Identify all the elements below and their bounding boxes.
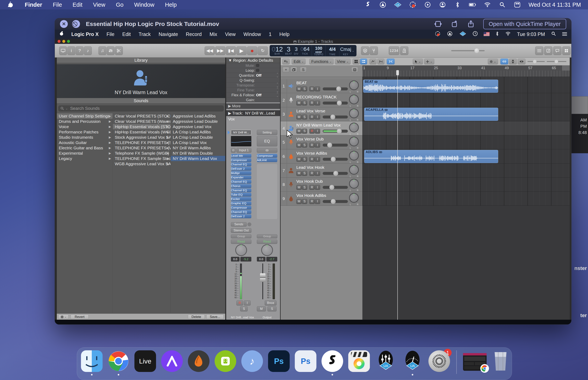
region-param-row[interactable]: Q-Swing: <box>226 78 280 83</box>
forward-button[interactable]: ▶▶ <box>215 46 226 55</box>
list-editors-icon[interactable] <box>535 46 543 55</box>
track-pan-knob[interactable] <box>350 95 358 104</box>
mixer-sliders-icon[interactable] <box>107 46 114 55</box>
undo-arrow-icon[interactable] <box>282 58 290 64</box>
rewind-button[interactable]: ◀◀ <box>205 46 215 55</box>
antares-icon[interactable] <box>447 31 452 37</box>
inspector-info-icon[interactable]: i <box>67 46 75 55</box>
bluetooth-icon[interactable] <box>454 1 461 8</box>
track-pan-knob[interactable] <box>350 137 358 146</box>
wifi-icon[interactable] <box>484 1 491 8</box>
dock-item-chrome[interactable] <box>108 350 129 376</box>
pan-value[interactable]: 0.0 <box>231 257 240 262</box>
stepper-icon[interactable]: ⌃⌄ <box>276 73 279 78</box>
photoshop-icon[interactable]: Ps <box>268 350 290 372</box>
chat-bubble-icon[interactable] <box>553 46 561 55</box>
library-item[interactable]: Aggressive Lead Adlibs <box>171 113 225 119</box>
photoshop-light-icon[interactable]: Ps <box>295 350 316 372</box>
plugin-slot[interactable]: Channel EQ <box>231 163 251 166</box>
library-item[interactable]: Aggressive Lead Double <box>171 119 225 124</box>
track-volume-slider[interactable] <box>323 200 348 203</box>
tuner-icon[interactable] <box>370 46 378 55</box>
record-button[interactable]: ● <box>247 46 257 55</box>
ableton-live-icon[interactable]: Live <box>134 350 156 372</box>
gain-circle-button[interactable]: O <box>231 148 236 153</box>
plugin-slot[interactable]: Level Mtr <box>231 154 251 158</box>
plugin-slot[interactable]: Channel EQ <box>231 210 251 214</box>
menu-window[interactable]: Window <box>134 1 154 8</box>
volume-value[interactable]: -5.2 <box>240 257 251 262</box>
region-param-row[interactable]: Mute: <box>226 63 280 68</box>
ua-diamond-icon[interactable]: UA <box>394 1 401 8</box>
save-button[interactable]: Save... <box>206 315 224 319</box>
plugin-slot[interactable]: Compressor <box>257 154 277 158</box>
stepper-icon[interactable]: ⌃⌄ <box>276 88 279 92</box>
horizontal-zoom-icon[interactable] <box>518 58 526 64</box>
h-zoom-slider[interactable] <box>547 61 566 62</box>
master-solo-button[interactable]: S <box>300 67 306 73</box>
region-more-disclosure[interactable]: ▶ More <box>226 103 280 109</box>
region-param-row[interactable]: Fine Tune:⌃⌄ <box>226 88 280 93</box>
quick-help-icon[interactable]: ? <box>76 46 83 55</box>
logic-menu-navigate[interactable]: Navigate <box>159 31 178 37</box>
track-header-row[interactable]: 6Vox Verse AdlibsMSRILR <box>281 150 362 164</box>
screen-record-icon[interactable] <box>409 1 416 8</box>
track-volume-slider[interactable] <box>323 87 348 90</box>
track-volume-slider[interactable] <box>323 102 348 105</box>
account-icon[interactable] <box>439 1 446 8</box>
automation-icon[interactable] <box>369 58 377 64</box>
track-s-button[interactable]: S <box>302 143 307 148</box>
pan-value[interactable]: 0.0 <box>257 257 266 262</box>
audio-region-acapella[interactable]: ACAPELLA ꝏ <box>364 108 498 121</box>
menu-file[interactable]: File <box>53 1 62 8</box>
arrange-track-lane[interactable] <box>362 93 570 107</box>
library-item[interactable]: Aggressive Lead Vox <box>171 124 225 129</box>
send-knob[interactable] <box>247 222 251 226</box>
library-item[interactable]: LA Crisp Lead Vox <box>171 140 225 145</box>
track-header-row[interactable]: 7Lead Vox HookMSRILR <box>281 164 362 178</box>
track-i-button[interactable]: I <box>315 185 320 190</box>
group-button[interactable]: Group <box>257 234 277 238</box>
track-pan-knob[interactable] <box>350 194 358 202</box>
solo-button[interactable]: S <box>267 306 277 311</box>
track-s-button[interactable]: S <box>302 129 307 133</box>
track-i-button[interactable]: I <box>315 114 320 119</box>
track-m-button[interactable]: M <box>296 143 302 148</box>
track-list-empty-area[interactable] <box>281 206 362 320</box>
arrange-track-lane[interactable] <box>362 121 570 135</box>
volume-value[interactable]: -2.7 <box>266 257 277 262</box>
logic-menu-file[interactable]: File <box>107 31 114 37</box>
solo-button[interactable]: S <box>240 306 248 311</box>
channel-setting-button[interactable]: Setting <box>257 130 277 135</box>
output-button[interactable]: Stereo Out <box>231 228 251 233</box>
dock-item-system-settings[interactable]: 1 <box>428 350 450 376</box>
fader-cap[interactable] <box>260 273 266 282</box>
quicktime-titlebar[interactable]: ✕ ⃠ Essential Hip Hop Logic Pro Stock Tu… <box>55 18 571 30</box>
ua-meter-icon[interactable]: UA <box>402 350 423 372</box>
track-pan-knob[interactable] <box>350 166 358 174</box>
logic-window-titlebar[interactable]: Example 1 - Tracks <box>55 39 571 44</box>
dock-item-photoshop-light[interactable]: Ps <box>295 350 316 376</box>
library-item[interactable]: HipHop Essential Vocals (STO...▶ <box>113 124 171 129</box>
snap-mode-icon[interactable] <box>387 58 395 64</box>
final-cut-icon[interactable] <box>348 350 370 372</box>
plugin-slot[interactable]: Channel EQ <box>231 180 251 184</box>
track-m-button[interactable]: M <box>296 114 302 119</box>
search-scope-chevron-icon[interactable]: ⌄ <box>66 107 68 110</box>
logic-menu-1[interactable]: 1 <box>269 31 272 37</box>
search-input[interactable]: ⌄ Search Sounds <box>58 106 224 111</box>
logic-menu-track[interactable]: Track <box>139 31 151 37</box>
system-settings-icon[interactable] <box>428 350 450 372</box>
go-to-beginning-button[interactable]: ▮◀ <box>226 46 236 55</box>
video-app-icon[interactable] <box>215 350 236 372</box>
library-item[interactable]: Electric Guitar and Bass▶ <box>57 145 113 151</box>
track-name[interactable]: RECORDING TRACK <box>296 95 337 99</box>
dock-item-video-app[interactable] <box>215 350 236 376</box>
logic-menu-edit[interactable]: Edit <box>122 31 131 37</box>
track-i-button[interactable]: I <box>315 143 320 148</box>
track-name[interactable]: BEAT <box>296 80 307 85</box>
menubar-clock[interactable]: Wed Oct 4 11:31 PM <box>529 1 581 8</box>
spotlight-icon[interactable] <box>551 31 556 37</box>
chrome-window-thumb-icon[interactable] <box>463 353 487 371</box>
control-center-icon[interactable] <box>514 1 521 8</box>
